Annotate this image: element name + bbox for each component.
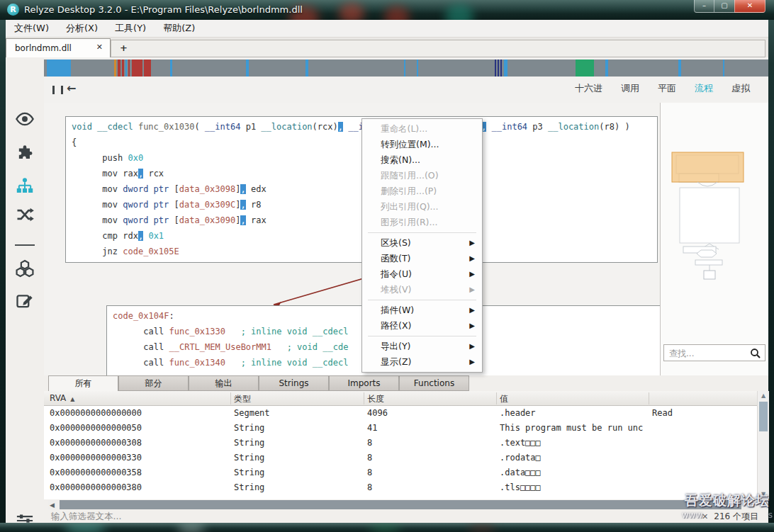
code-token[interactable]: __location xyxy=(548,122,599,132)
table-header[interactable]: RVA▲类型长度值 xyxy=(44,391,768,406)
code-token[interactable]: ; inline void __cdecl xyxy=(241,358,349,368)
code-token[interactable]: : xyxy=(169,311,174,321)
table-row[interactable]: 0x0000000000000050String41This program m… xyxy=(44,421,757,436)
context-menu-item[interactable]: 转到位置(M)... xyxy=(362,137,482,152)
panel-tab-所有[interactable]: 所有 xyxy=(48,375,118,392)
code-token[interactable]: call xyxy=(143,342,169,352)
view-tab-active[interactable]: 流程 xyxy=(695,82,713,95)
code-token[interactable]: call xyxy=(143,358,169,368)
column-header[interactable]: 类型 xyxy=(234,393,364,405)
column-divider[interactable] xyxy=(230,392,231,404)
view-tab-item[interactable]: 平面 xyxy=(658,82,676,95)
code-token[interactable]: __CRTL_MEM_UseBorMM1 xyxy=(169,342,271,352)
table-row[interactable]: 0x0000000000000000Segment4096.headerRead xyxy=(44,406,757,421)
context-menu-item[interactable]: 搜索(N)... xyxy=(362,152,482,168)
nav-strip[interactable] xyxy=(44,60,768,77)
pause-icon[interactable] xyxy=(52,86,63,94)
context-menu-item[interactable]: 显示(Z)▶ xyxy=(362,354,482,370)
code-token[interactable]: call xyxy=(143,327,169,336)
table-row[interactable]: 0x0000000000000380String8.tls□□□□ xyxy=(44,480,757,495)
code-token[interactable]: data_0x3090 xyxy=(179,215,235,225)
code-token[interactable] xyxy=(225,358,241,368)
nav-strip-segment[interactable] xyxy=(128,60,130,77)
code-token[interactable]: [ xyxy=(174,215,179,225)
menubar-item[interactable]: 分析(X) xyxy=(57,20,106,37)
menubar-item[interactable]: 文件(W) xyxy=(6,20,57,37)
column-header[interactable]: 值 xyxy=(500,393,649,405)
hscroll-thumb[interactable] xyxy=(60,500,741,509)
code-token[interactable]: ; inline void __cdecl xyxy=(241,327,349,336)
code-token[interactable]: qword ptr xyxy=(123,215,174,225)
sidebar-hierarchy-icon[interactable] xyxy=(15,176,35,196)
code-token[interactable]: p3 xyxy=(527,122,548,132)
vscroll-thumb[interactable] xyxy=(759,402,768,431)
code-token[interactable]: p1 xyxy=(240,122,261,132)
sidebar-eye-icon[interactable] xyxy=(15,109,35,129)
minimize-button[interactable]: – xyxy=(694,0,714,13)
column-header[interactable]: RVA▲ xyxy=(50,393,230,403)
code-token[interactable]: data_0x309C xyxy=(179,200,235,210)
nav-strip-segment[interactable] xyxy=(114,60,116,77)
code-token[interactable] xyxy=(72,200,102,210)
panel-tab-输出[interactable]: 输出 xyxy=(189,375,259,391)
table-row[interactable]: 0x0000000000000330String8.rodata□ xyxy=(44,451,757,465)
column-divider[interactable] xyxy=(496,392,497,404)
code-token[interactable] xyxy=(113,358,143,368)
nav-strip-segment[interactable] xyxy=(495,60,496,77)
nav-strip-segment[interactable] xyxy=(504,60,507,77)
nav-strip-segment[interactable] xyxy=(122,60,124,77)
nav-strip-segment[interactable] xyxy=(404,60,405,77)
code-token[interactable] xyxy=(72,184,102,194)
code-token[interactable] xyxy=(72,153,102,163)
sidebar-cubes-icon[interactable] xyxy=(15,259,35,278)
code-token[interactable]: data_0x3098 xyxy=(179,184,235,194)
code-token[interactable]: rax xyxy=(246,215,267,225)
nav-strip-segment[interactable] xyxy=(144,60,151,77)
code-token[interactable] xyxy=(113,327,143,336)
code-token[interactable]: rdx xyxy=(123,231,138,241)
code-token[interactable]: ) xyxy=(619,122,629,132)
minimap-panel[interactable]: 查找... xyxy=(660,103,768,375)
selected-token[interactable]: , xyxy=(240,200,245,210)
nav-strip-segment[interactable] xyxy=(118,60,120,77)
code-token[interactable]: __int64 xyxy=(205,122,241,132)
code-token[interactable]: (r8) xyxy=(599,122,619,132)
nav-strip-segment[interactable] xyxy=(305,60,308,77)
code-token[interactable] xyxy=(486,122,491,132)
code-token[interactable] xyxy=(225,327,241,336)
sidebar-shuffle-icon[interactable] xyxy=(15,205,35,225)
nav-strip-segment[interactable] xyxy=(500,60,502,77)
panel-tab-Imports[interactable]: Imports xyxy=(329,375,399,391)
view-tab-item[interactable]: 虚拟 xyxy=(731,82,750,95)
back-arrow-icon[interactable]: ← xyxy=(67,81,76,95)
panel-tab-Strings[interactable]: Strings xyxy=(259,375,329,391)
code-token[interactable]: ; void __cde xyxy=(287,342,349,352)
nav-strip-segment[interactable] xyxy=(605,60,608,77)
code-token[interactable]: code_0x104F xyxy=(113,311,169,321)
code-token[interactable]: edx xyxy=(246,184,267,194)
sidebar-edit-icon[interactable] xyxy=(15,291,35,311)
code-token[interactable]: r8 xyxy=(246,200,262,210)
nav-strip-segment[interactable] xyxy=(246,60,249,77)
code-token[interactable]: ( xyxy=(194,122,204,132)
menubar-item[interactable]: 帮助(Z) xyxy=(155,20,203,37)
code-token[interactable] xyxy=(72,215,102,225)
selected-token[interactable]: , xyxy=(240,215,245,225)
code-token[interactable]: cmp xyxy=(102,231,123,241)
code-token[interactable]: (rcx) xyxy=(313,122,338,132)
selected-token[interactable]: , xyxy=(338,122,343,132)
code-token[interactable]: push xyxy=(102,153,128,163)
nav-strip-segment[interactable] xyxy=(125,60,127,77)
nav-strip-segment[interactable] xyxy=(132,60,142,77)
code-token[interactable] xyxy=(271,342,287,352)
table-row[interactable]: 0x0000000000000358String8.data□□□ xyxy=(44,465,757,480)
scroll-up-icon[interactable]: ▲ xyxy=(758,392,769,399)
nav-strip-segment[interactable] xyxy=(678,60,681,77)
code-token[interactable]: 0x1 xyxy=(148,231,164,241)
code-token[interactable]: { xyxy=(72,137,77,147)
code-token[interactable]: dword ptr xyxy=(123,184,174,194)
panel-tab-Functions[interactable]: Functions xyxy=(399,375,469,391)
nav-strip-segment[interactable] xyxy=(498,60,499,77)
code-token[interactable]: qword ptr xyxy=(123,200,174,210)
code-token[interactable]: mov xyxy=(102,200,123,210)
